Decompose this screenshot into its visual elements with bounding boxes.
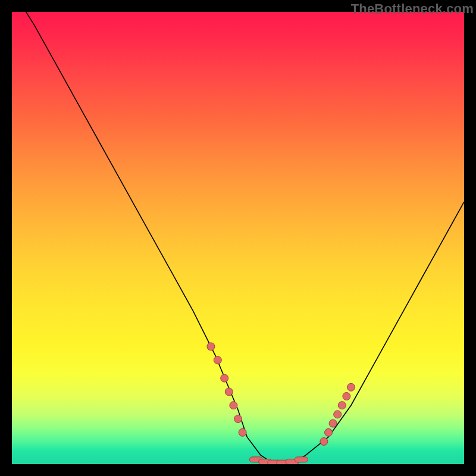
data-marker xyxy=(225,388,233,396)
data-marker xyxy=(343,393,350,400)
data-marker xyxy=(325,428,333,436)
data-marker xyxy=(334,411,342,418)
data-marker xyxy=(239,428,246,436)
data-marker xyxy=(221,374,228,382)
marker-group xyxy=(207,343,355,464)
chart-svg xyxy=(12,12,464,464)
data-marker xyxy=(320,438,328,446)
data-marker xyxy=(234,415,242,423)
watermark-text: TheBottleneck.com xyxy=(351,1,474,17)
data-marker-dash xyxy=(295,457,308,462)
data-marker xyxy=(207,343,215,350)
bottleneck-curve xyxy=(12,12,464,464)
data-marker xyxy=(347,383,355,391)
chart-frame: TheBottleneck.com xyxy=(0,0,476,476)
data-marker xyxy=(338,402,346,409)
data-marker xyxy=(329,419,337,427)
data-marker xyxy=(214,356,221,364)
plot-area xyxy=(12,12,464,464)
data-marker xyxy=(230,402,237,409)
